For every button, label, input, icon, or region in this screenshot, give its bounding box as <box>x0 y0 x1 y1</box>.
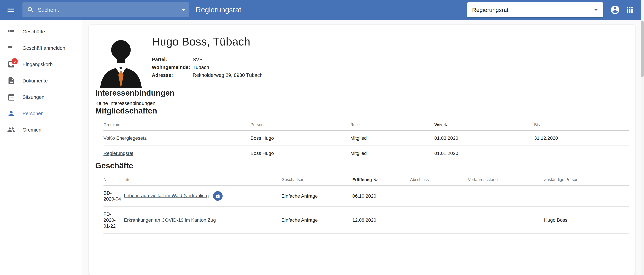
account-circle-icon <box>610 5 620 15</box>
section-title-mitgliedschaften: Mitgliedschaften <box>95 106 629 115</box>
inbox-icon: 5 <box>7 60 15 69</box>
col-abschluss[interactable]: Abschluss <box>410 174 468 185</box>
col-eroeffnung-sorted[interactable]: Eröffnung <box>352 174 410 185</box>
sidebar-item-dokumente[interactable]: Dokumente <box>0 73 82 89</box>
cell-bis: 31.12.2020 <box>534 131 629 146</box>
person-header: Hugo Boss, Tübach Partei: SVP Wohngemein… <box>98 35 629 88</box>
inbox-count-badge: 5 <box>12 58 18 64</box>
cell-nr: FD-2020-01-22 <box>104 206 124 234</box>
field-value: Tübach <box>193 63 209 71</box>
gremium-link[interactable]: VoKo Energiegesetz <box>104 135 147 141</box>
sidebar-item-label: Eingangskorb <box>22 62 52 67</box>
cell-person: Boss Hugo <box>250 131 350 146</box>
col-gremium[interactable]: Gremium <box>104 119 250 131</box>
list-icon <box>7 28 15 36</box>
field-label: Partei: <box>152 56 193 63</box>
sort-arrow-down-icon <box>373 177 378 182</box>
person-name: Hugo Boss, Tübach <box>152 35 262 48</box>
table-row: Regierungsrat Boss Hugo Mitglied 01.01.2… <box>104 146 629 161</box>
field-label: Wohngemeinde: <box>152 63 193 71</box>
cell-bis <box>534 146 629 161</box>
cell-abschluss <box>410 206 468 234</box>
search-scope-dropdown[interactable] <box>180 6 188 14</box>
sidebar-item-geschaefte[interactable]: Geschäfte <box>0 24 82 40</box>
sidebar-item-label: Sitzungen <box>22 94 44 100</box>
sidebar-item-eingangskorb[interactable]: 5 Eingangskorb <box>0 56 82 73</box>
col-rolle[interactable]: Rolle <box>350 119 434 131</box>
menu-button[interactable] <box>6 6 15 14</box>
tenant-select[interactable]: Regierungsrat <box>467 3 603 17</box>
cell-nr: BD-2020-04 <box>104 185 124 206</box>
cell-von: 01.01.2020 <box>434 146 534 161</box>
col-person[interactable]: Person <box>250 119 350 131</box>
sidebar-item-label: Geschäft anmelden <box>22 45 65 51</box>
cell-geschaeftsart: Einfache Anfrage <box>282 206 352 234</box>
mitgliedschaften-table: Gremium Person Rolle Von Bis VoKo Energi… <box>104 119 629 161</box>
search-icon <box>27 6 34 14</box>
sidebar-item-personen[interactable]: Personen <box>0 105 82 122</box>
search-input[interactable] <box>38 7 180 13</box>
menu-icon <box>6 6 15 14</box>
confidential-lock-icon <box>213 191 222 201</box>
cell-rolle: Mitglied <box>350 146 434 161</box>
apps-button[interactable] <box>625 6 634 14</box>
app-header: Regierungsrat Regierungsrat <box>0 0 640 20</box>
cell-gremium: VoKo Energiegesetz <box>104 131 250 146</box>
sidebar-item-geschaeft-anmelden[interactable]: Geschäft anmelden <box>0 40 82 56</box>
cell-titel: Erkrankungen an COVID-19 im Kanton Zug <box>124 206 282 234</box>
geschaeft-link[interactable]: Lebensraumvielfalt im Wald (vertraulich) <box>124 193 209 198</box>
sidebar-item-label: Personen <box>22 111 44 116</box>
arrow-drop-down-icon <box>592 6 600 14</box>
col-von-sorted[interactable]: Von <box>434 119 534 131</box>
person-info: Hugo Boss, Tübach Partei: SVP Wohngemein… <box>152 35 262 88</box>
sidebar-item-gremien[interactable]: Gremien <box>0 122 82 138</box>
col-bis[interactable]: Bis <box>534 119 629 131</box>
col-titel[interactable]: Titel <box>124 174 282 185</box>
cell-eroeffnung: 06.10.2020 <box>352 185 410 206</box>
cell-zustaendige-person: Hugo Boss <box>544 206 629 234</box>
playlist-add-icon <box>7 44 15 52</box>
account-button[interactable] <box>610 5 620 15</box>
person-detail-card: Hugo Boss, Tübach Partei: SVP Wohngemein… <box>89 25 635 275</box>
scrollbar-thumb[interactable] <box>641 21 644 77</box>
person-avatar <box>98 35 142 88</box>
sidebar-item-label: Gremien <box>22 127 41 133</box>
geschaeft-link[interactable]: Erkrankungen an COVID-19 im Kanton Zug <box>124 217 216 223</box>
app-title: Regierungsrat <box>196 6 241 14</box>
sidebar-item-label: Geschäfte <box>22 29 45 35</box>
geschaefte-table: Nr. Titel Geschäftsart Eröffnung Abschlu… <box>104 174 629 234</box>
table-row: FD-2020-01-22 Erkrankungen an COVID-19 i… <box>104 206 629 234</box>
people-icon <box>7 126 15 134</box>
table-header-row: Gremium Person Rolle Von Bis <box>104 119 629 131</box>
field-partei: Partei: SVP <box>152 56 262 63</box>
interessenbindungen-empty-text: Keine Interessenbindungen <box>95 101 629 106</box>
section-title-geschaefte: Geschäfte <box>95 161 629 170</box>
field-label: Adresse: <box>152 71 193 79</box>
tenant-select-value: Regierungsrat <box>472 7 508 13</box>
col-geschaeftsart[interactable]: Geschäftsart <box>282 174 352 185</box>
col-nr[interactable]: Nr. <box>104 174 124 185</box>
apps-grid-icon <box>625 6 634 14</box>
col-verfahrensstand[interactable]: Verfahrensstand <box>468 174 544 185</box>
sort-arrow-down-icon <box>443 122 448 127</box>
cell-rolle: Mitglied <box>350 131 434 146</box>
sidebar: Geschäfte Geschäft anmelden 5 Eingangsko… <box>0 20 82 275</box>
cell-verfahrensstand <box>468 185 544 206</box>
cell-titel: Lebensraumvielfalt im Wald (vertraulich) <box>124 185 282 206</box>
sidebar-item-label: Dokumente <box>22 78 48 84</box>
main-content: Hugo Boss, Tübach Partei: SVP Wohngemein… <box>82 20 640 275</box>
calendar-icon <box>7 93 15 101</box>
document-icon <box>7 77 15 85</box>
sidebar-item-sitzungen[interactable]: Sitzungen <box>0 89 82 105</box>
cell-verfahrensstand <box>468 206 544 234</box>
cell-gremium: Regierungsrat <box>104 146 250 161</box>
field-value: SVP <box>193 56 202 63</box>
col-zustaendige-person[interactable]: Zuständige Person <box>544 174 629 185</box>
field-adresse: Adresse: Rekholderweg 29, 8930 Tübach <box>152 71 262 79</box>
gremium-link[interactable]: Regierungsrat <box>104 151 134 156</box>
table-row: BD-2020-04 Lebensraumvielfalt im Wald (v… <box>104 185 629 206</box>
cell-zustaendige-person <box>544 185 629 206</box>
field-value: Rekholderweg 29, 8930 Tübach <box>193 71 262 79</box>
page-scrollbar <box>640 0 644 275</box>
table-row: VoKo Energiegesetz Boss Hugo Mitglied 01… <box>104 131 629 146</box>
